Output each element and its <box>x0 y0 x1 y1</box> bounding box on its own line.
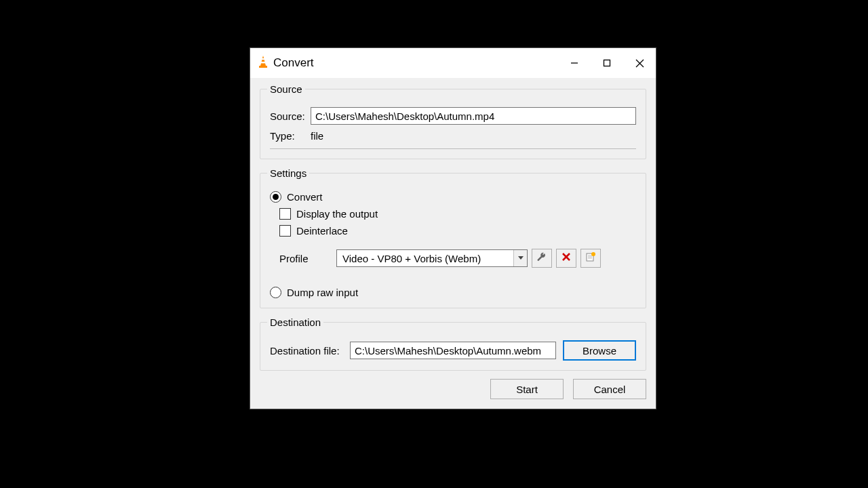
svg-rect-2 <box>261 58 264 60</box>
edit-profile-button[interactable] <box>532 249 552 268</box>
minimize-button[interactable] <box>558 48 591 78</box>
deinterlace-checkbox[interactable]: Deinterlace <box>279 225 636 237</box>
svg-marker-0 <box>260 56 266 66</box>
window-buttons <box>558 48 656 78</box>
maximize-button[interactable] <box>591 48 623 78</box>
svg-rect-3 <box>260 62 265 63</box>
profile-label: Profile <box>279 253 336 264</box>
window-title: Convert <box>273 56 314 70</box>
profile-value: Video - VP80 + Vorbis (Webm) <box>337 253 513 264</box>
cancel-button[interactable]: Cancel <box>573 379 646 399</box>
wrench-icon <box>536 251 547 265</box>
client-area: Source Source: Type: file Settings Conve… <box>250 78 656 409</box>
destination-legend: Destination <box>267 317 323 328</box>
convert-radio[interactable]: Convert <box>270 191 636 203</box>
vlc-cone-icon <box>257 55 269 71</box>
dialog-buttons: Start Cancel <box>260 379 646 399</box>
source-legend: Source <box>267 83 305 95</box>
destination-input[interactable] <box>350 342 556 359</box>
svg-point-15 <box>591 252 595 256</box>
dump-raw-radio[interactable]: Dump raw input <box>270 287 636 298</box>
convert-dialog: Convert Source Source: Type: file <box>250 47 656 409</box>
new-profile-icon <box>585 251 596 265</box>
new-profile-button[interactable] <box>580 249 601 268</box>
convert-radio-label: Convert <box>287 191 323 203</box>
settings-group: Settings Convert Display the output Dein… <box>260 167 646 308</box>
close-button[interactable] <box>623 48 656 78</box>
svg-marker-8 <box>518 256 524 260</box>
browse-button[interactable]: Browse <box>563 340 636 361</box>
settings-legend: Settings <box>267 167 309 179</box>
profile-select[interactable]: Video - VP80 + Vorbis (Webm) <box>336 249 528 267</box>
display-output-label: Display the output <box>296 208 378 220</box>
source-group: Source Source: Type: file <box>260 83 646 159</box>
type-label: Type: <box>270 130 311 142</box>
chevron-down-icon <box>513 250 527 266</box>
svg-rect-5 <box>604 60 610 66</box>
deinterlace-label: Deinterlace <box>296 225 348 237</box>
type-value: file <box>311 130 323 142</box>
source-label: Source: <box>270 110 311 122</box>
start-button[interactable]: Start <box>490 379 564 399</box>
display-output-checkbox[interactable]: Display the output <box>279 208 636 220</box>
delete-profile-button[interactable] <box>556 249 576 268</box>
svg-rect-1 <box>259 66 267 68</box>
destination-label: Destination file: <box>270 345 350 357</box>
dump-raw-label: Dump raw input <box>287 287 358 298</box>
destination-group: Destination Destination file: Browse <box>260 317 646 371</box>
source-input[interactable] <box>311 107 636 125</box>
delete-x-icon <box>561 252 571 264</box>
titlebar: Convert <box>250 48 656 78</box>
